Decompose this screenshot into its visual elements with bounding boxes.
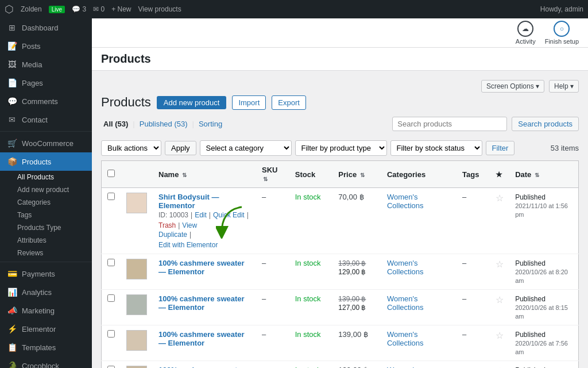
th-date[interactable]: Date ⇅	[509, 161, 578, 188]
sidebar-item-dashboard[interactable]: ⊞ Dashboard	[0, 18, 92, 37]
comments-icon: 💬	[7, 97, 17, 106]
edit-elementor-link[interactable]: Edit with Elementor	[158, 241, 218, 249]
sidebar-sub-categories[interactable]: Categories	[0, 196, 92, 209]
filter-tab-published[interactable]: Published (53)	[137, 120, 190, 128]
sidebar-sub-products-type[interactable]: Products Type	[0, 221, 92, 234]
comments-count[interactable]: 💬 3	[72, 5, 86, 13]
sidebar-label-contact: Contact	[22, 116, 48, 124]
messages-count[interactable]: ✉ 0	[93, 5, 105, 13]
product-name-cell: 100% cashmere sweater — Elementor	[153, 254, 256, 290]
th-star: ★	[490, 161, 509, 188]
category-link[interactable]: Women's Collections	[387, 259, 424, 276]
export-button[interactable]: Export	[272, 95, 306, 110]
filter-tab-all[interactable]: All (53)	[101, 120, 130, 128]
sidebar-item-marketing[interactable]: 📣 Marketing	[0, 301, 92, 320]
sidebar-sub-add-new[interactable]: Add new product	[0, 183, 92, 196]
stock-status-filter-select[interactable]: Filter by stock status	[390, 140, 482, 156]
view-link[interactable]: View	[182, 221, 197, 229]
sidebar-item-payments[interactable]: 💳 Payments	[0, 264, 92, 283]
product-name-link[interactable]: 100% cashmere sweater — Elementor	[158, 330, 245, 347]
sidebar-sub-attributes[interactable]: Attributes	[0, 234, 92, 247]
product-tags-cell: –	[457, 188, 490, 254]
sidebar-item-pages[interactable]: 📄 Pages	[0, 74, 92, 92]
sidebar-item-contact[interactable]: ✉ Contact	[0, 110, 92, 129]
star-toggle[interactable]: ☆	[496, 331, 504, 340]
view-products-link[interactable]: View products	[138, 5, 181, 13]
site-name[interactable]: Zolden	[21, 5, 42, 13]
sidebar-sub-all-products[interactable]: All Products	[0, 171, 92, 183]
th-checkbox	[102, 161, 121, 188]
category-filter-select[interactable]: Select a category	[200, 140, 292, 156]
product-date-cell: Published 2020/10/26 at 7:39 am	[509, 361, 578, 369]
quick-edit-link[interactable]: Quick Edit	[213, 211, 245, 219]
search-input[interactable]	[392, 117, 507, 131]
product-sku-cell: –	[256, 325, 289, 361]
product-image-cell	[121, 254, 153, 290]
sidebar-item-woocommerce[interactable]: 🛒 WooCommerce	[0, 134, 92, 152]
select-all-checkbox[interactable]	[107, 170, 115, 177]
products-table-wrapper: Name ⇅ SKU ⇅ Stock Price ⇅ Categories Ta…	[101, 160, 579, 368]
table-header-row: Name ⇅ SKU ⇅ Stock Price ⇅ Categories Ta…	[102, 161, 579, 188]
filter-tab-sorting[interactable]: Sorting	[196, 120, 225, 128]
sidebar-item-analytics[interactable]: 📊 Analytics	[0, 283, 92, 301]
th-tags: Tags	[457, 161, 490, 188]
activity-action[interactable]: ☁ Activity	[516, 21, 536, 45]
star-toggle[interactable]: ☆	[496, 295, 504, 305]
admin-bar: ⬡ Zolden Live 💬 3 ✉ 0 + New View product…	[0, 0, 588, 18]
sidebar-item-comments[interactable]: 💬 Comments	[0, 92, 92, 110]
sidebar-label-templates: Templates	[22, 343, 56, 352]
elementor-icon: ⚡	[7, 324, 17, 334]
category-link[interactable]: Women's Collections	[387, 330, 424, 347]
star-toggle[interactable]: ☆	[496, 193, 504, 203]
new-button[interactable]: + New	[111, 5, 131, 13]
product-tags-cell: –	[457, 325, 490, 361]
product-stock-cell: In stock	[289, 361, 333, 369]
sidebar-item-elementor[interactable]: ⚡ Elementor	[0, 320, 92, 338]
bulk-actions-select[interactable]: Bulk actions	[101, 140, 161, 156]
sidebar-item-crocoblock[interactable]: 🐊 Crocoblock	[0, 356, 92, 368]
help-button[interactable]: Help ▾	[549, 80, 579, 93]
import-button[interactable]: Import	[232, 95, 266, 110]
edit-link[interactable]: Edit	[195, 211, 207, 219]
apply-button[interactable]: Apply	[165, 141, 196, 155]
category-link[interactable]: Women's Collections	[387, 366, 424, 368]
product-name-link[interactable]: Shirt Bodysuit — Elementor	[158, 193, 219, 210]
category-link[interactable]: Women's Collections	[387, 294, 424, 312]
sidebar-item-products[interactable]: 📦 Products	[0, 152, 92, 171]
th-name[interactable]: Name ⇅	[153, 161, 256, 188]
th-sku[interactable]: SKU ⇅	[256, 161, 289, 188]
duplicate-link[interactable]: Duplicate	[158, 231, 187, 239]
sidebar-sub-reviews[interactable]: Reviews	[0, 247, 92, 259]
products-heading: Products	[101, 95, 151, 110]
product-date-cell: Published 2020/10/26 at 7:56 am	[509, 325, 578, 361]
product-name-link[interactable]: 100% cashmere sweater — Elementor	[158, 294, 245, 312]
sidebar-label-crocoblock: Crocoblock	[22, 362, 59, 369]
row-checkbox[interactable]	[107, 366, 115, 368]
product-name-link[interactable]: 100% cashmere sweater — Elementor	[158, 366, 245, 368]
search-products-button[interactable]: Search products	[512, 117, 579, 131]
sidebar-item-posts[interactable]: 📝 Posts	[0, 37, 92, 55]
sidebar-item-templates[interactable]: 📋 Templates	[0, 338, 92, 356]
filter-tabs: All (53) | Published (53) | Sorting	[101, 120, 225, 128]
th-price[interactable]: Price ⇅	[332, 161, 381, 188]
product-sku-cell: –	[256, 188, 289, 254]
media-icon: 🖼	[7, 60, 17, 69]
add-new-product-button[interactable]: Add new product	[157, 96, 227, 109]
filter-button[interactable]: Filter	[486, 141, 515, 155]
sidebar-label-dashboard: Dashboard	[22, 24, 59, 32]
product-name-link[interactable]: 100% cashmere sweater — Elementor	[158, 259, 245, 276]
woocommerce-icon: 🛒	[7, 139, 17, 148]
row-checkbox[interactable]	[107, 330, 115, 338]
screen-options-button[interactable]: Screen Options ▾	[481, 80, 544, 93]
category-link[interactable]: Women's Collections	[387, 193, 424, 210]
sidebar-sub-tags[interactable]: Tags	[0, 209, 92, 221]
row-checkbox[interactable]	[107, 294, 115, 302]
trash-link[interactable]: Trash	[158, 221, 176, 229]
row-checkbox[interactable]	[107, 193, 115, 200]
star-toggle[interactable]: ☆	[496, 259, 504, 269]
row-checkbox[interactable]	[107, 259, 115, 266]
product-type-filter-select[interactable]: Filter by product type	[295, 140, 387, 156]
finish-setup-action[interactable]: ○ Finish setup	[545, 21, 579, 45]
product-category-cell: Women's Collections	[381, 290, 457, 325]
sidebar-item-media[interactable]: 🖼 Media	[0, 55, 92, 74]
